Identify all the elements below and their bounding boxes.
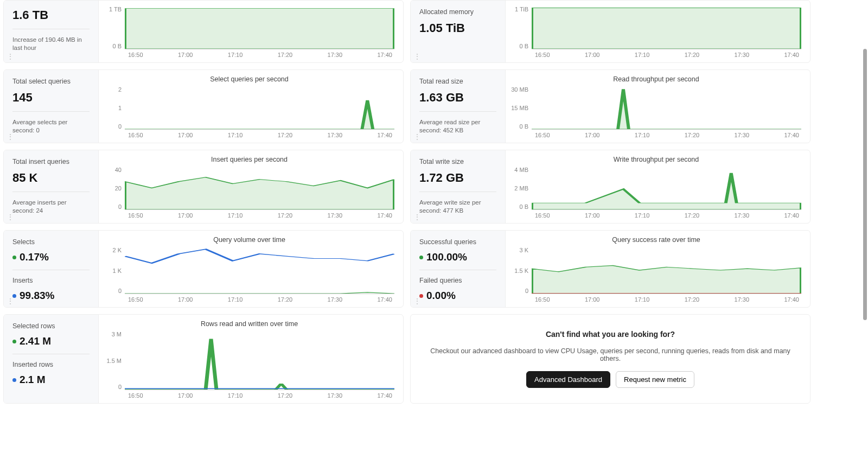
scrollbar-thumb[interactable] <box>863 49 867 320</box>
inserted-rows-label: Inserted rows <box>12 361 90 368</box>
y-axis-labels: 1 TiB 0 B <box>511 6 532 49</box>
x-axis-labels: 16:5017:0017:1017:2017:3017:40 <box>104 390 394 399</box>
card-menu-icon[interactable]: ⋮ <box>414 133 421 141</box>
chart-title: Query success rate over time <box>511 236 801 244</box>
card-menu-icon[interactable]: ⋮ <box>7 53 14 60</box>
chart-rows-rw[interactable] <box>125 331 394 390</box>
select-sub: Average selects per second: 0 <box>12 118 90 135</box>
success-pct: 100.00% <box>426 251 467 263</box>
card-menu-icon[interactable]: ⋮ <box>7 133 14 141</box>
scrollbar[interactable] <box>863 0 867 404</box>
x-axis-labels: 16:5017:0017:1017:2017:3017:40 <box>511 294 801 303</box>
y-axis-labels: 2 1 0 <box>104 86 125 130</box>
selects-pct: 0.17% <box>20 251 49 263</box>
chart-memory[interactable] <box>532 6 801 49</box>
insert-label: Total insert queries <box>12 158 90 165</box>
card-allocated-memory: Allocated memory 1.05 TiB ⋮ 1 TiB 0 B 16… <box>410 0 810 63</box>
footer-heading: Can't find what you are looking for? <box>546 330 675 339</box>
card-footer-cta: Can't find what you are looking for? Che… <box>410 314 810 404</box>
memory-label: Allocated memory <box>419 8 496 16</box>
dot-icon <box>12 340 16 343</box>
chart-disk[interactable] <box>125 6 394 49</box>
chart-insert-qps[interactable] <box>125 167 394 210</box>
select-label: Total select queries <box>12 78 90 85</box>
chart-title: Read throughput per second <box>511 75 801 83</box>
card-read-throughput: Total read size 1.63 GB Average read siz… <box>410 69 810 143</box>
y-axis-labels: 3 M 1.5 M 0 <box>104 331 125 390</box>
read-sub: Average read size per second: 452 KB <box>419 118 496 135</box>
card-menu-icon[interactable]: ⋮ <box>414 53 421 60</box>
failed-pct: 0.00% <box>426 290 456 302</box>
x-axis-labels: 16:5017:0017:1017:2017:3017:40 <box>104 210 394 219</box>
read-label: Total read size <box>419 78 496 85</box>
chart-read-throughput[interactable] <box>532 86 801 130</box>
chart-query-success[interactable] <box>532 247 801 294</box>
disk-usage-sub: Increase of 190.46 MB in last hour <box>12 36 90 52</box>
card-menu-icon[interactable]: ⋮ <box>414 213 421 221</box>
success-label: Successful queries <box>419 238 496 246</box>
read-value: 1.63 GB <box>419 91 496 105</box>
card-select-queries: Total select queries 145 Average selects… <box>3 69 404 143</box>
advanced-dashboard-button[interactable]: Advanced Dashboard <box>526 371 610 388</box>
y-axis-labels: 30 MB 15 MB 0 B <box>511 86 532 130</box>
y-axis-labels: 4 MB 2 MB 0 B <box>511 167 532 210</box>
card-query-success: Successful queries 100.00% Failed querie… <box>410 230 810 308</box>
disk-usage-value: 1.6 TB <box>12 8 90 22</box>
dot-icon <box>12 256 16 259</box>
y-axis-labels: 1 TB 0 B <box>104 6 125 49</box>
chart-query-volume[interactable] <box>125 247 394 294</box>
selects-label: Selects <box>12 238 90 246</box>
selected-rows-value: 2.41 M <box>20 335 51 347</box>
failed-label: Failed queries <box>419 277 496 284</box>
chart-title: Write throughput per second <box>511 156 801 163</box>
chart-select-qps[interactable] <box>125 86 394 130</box>
x-axis-labels: 16:5017:0017:1017:2017:3017:40 <box>104 294 394 303</box>
y-axis-labels: 2 K 1 K 0 <box>104 247 125 294</box>
write-label: Total write size <box>419 158 496 165</box>
insert-value: 85 K <box>12 171 90 185</box>
chart-title: Query volume over time <box>104 236 394 244</box>
insert-sub: Average inserts per second: 24 <box>12 199 90 215</box>
chart-title: Select queries per second <box>104 75 394 83</box>
card-write-throughput: Total write size 1.72 GB Average write s… <box>410 150 810 224</box>
chart-write-throughput[interactable] <box>532 167 801 210</box>
dot-icon <box>419 256 423 259</box>
y-axis-labels: 40 20 0 <box>104 167 125 210</box>
card-menu-icon[interactable]: ⋮ <box>7 297 14 305</box>
x-axis-labels: 16:5017:0017:1017:2017:3017:40 <box>104 49 394 58</box>
request-metric-button[interactable]: Request new metric <box>616 371 694 388</box>
card-rows-rw: Selected rows 2.41 M Inserted rows 2.1 M… <box>3 314 404 404</box>
write-value: 1.72 GB <box>419 171 496 185</box>
dot-icon <box>12 378 16 382</box>
card-disk-usage: 1.6 TB Increase of 190.46 MB in last hou… <box>3 0 404 63</box>
write-sub: Average write size per second: 477 KB <box>419 199 496 215</box>
memory-value: 1.05 TiB <box>419 21 496 35</box>
card-menu-icon[interactable]: ⋮ <box>414 297 421 305</box>
card-query-volume: Selects 0.17% Inserts 99.83% ⋮ Query vol… <box>3 230 404 308</box>
inserted-rows-value: 2.1 M <box>20 374 46 386</box>
x-axis-labels: 16:5017:0017:1017:2017:3017:40 <box>511 130 801 138</box>
inserts-pct: 99.83% <box>20 290 54 302</box>
selected-rows-label: Selected rows <box>12 322 90 330</box>
chart-title: Rows read and written over time <box>104 320 394 328</box>
card-insert-queries: Total insert queries 85 K Average insert… <box>3 150 404 224</box>
select-value: 145 <box>12 91 90 105</box>
x-axis-labels: 16:5017:0017:1017:2017:3017:40 <box>511 49 801 58</box>
x-axis-labels: 16:5017:0017:1017:2017:3017:40 <box>104 130 394 138</box>
card-menu-icon[interactable]: ⋮ <box>7 213 14 221</box>
x-axis-labels: 16:5017:0017:1017:2017:3017:40 <box>511 210 801 219</box>
y-axis-labels: 3 K 1.5 K 0 <box>511 247 532 294</box>
chart-title: Insert queries per second <box>104 156 394 163</box>
inserts-label: Inserts <box>12 277 90 284</box>
footer-text: Checkout our advanced dashboard to view … <box>424 347 797 362</box>
